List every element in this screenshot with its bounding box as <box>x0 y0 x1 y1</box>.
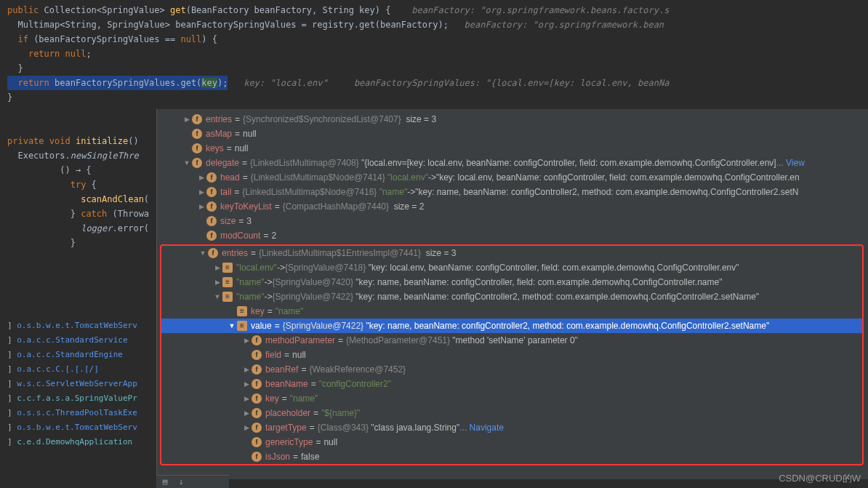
tree-row-asmap[interactable]: fasMap=null <box>157 127 868 141</box>
entry-icon: ≡ <box>222 277 233 287</box>
chevron-right-icon[interactable]: ▶ <box>196 199 206 214</box>
field-icon: f <box>252 364 262 375</box>
chevron-right-icon[interactable]: ▶ <box>241 406 252 420</box>
tree-row-tail[interactable]: ▶ftail={LinkedListMultimap$Node@7416} "n… <box>157 185 868 199</box>
tree-row-entries2[interactable]: ▼fentries={LinkedListMultimap$1EntriesIm… <box>161 246 862 260</box>
field-icon: f <box>206 201 217 212</box>
tree-row-size[interactable]: fsize=3 <box>157 214 868 228</box>
field-icon: f <box>206 231 217 241</box>
inline-hint: beanFactory: "org.springframework.beans.… <box>411 5 669 15</box>
field-icon: f <box>192 143 202 153</box>
chevron-right-icon[interactable]: ▶ <box>241 333 252 348</box>
field-icon: f <box>192 158 202 168</box>
stack-icon[interactable]: ▤ <box>161 478 169 487</box>
chevron-down-icon[interactable]: ▼ <box>212 289 222 304</box>
chevron-down-icon[interactable]: ▼ <box>198 246 208 260</box>
tree-row-entry-key[interactable]: ≡key="name" <box>161 304 862 319</box>
tree-row-beanref[interactable]: ▶fbeanRef={WeakReference@7452} <box>161 362 862 377</box>
tree-row-entries[interactable]: ▶fentries={Synchronized$SynchronizedList… <box>157 112 868 127</box>
tree-row-methodparameter[interactable]: ▶fmethodParameter={MethodParameter@7451}… <box>161 333 862 348</box>
log-line: ] w.s.c.ServletWebServerApp <box>7 377 153 391</box>
chevron-right-icon[interactable]: ▶ <box>182 112 192 127</box>
chevron-down-icon[interactable]: ▼ <box>182 156 192 170</box>
tree-row-generictype[interactable]: fgenericType=null <box>161 435 862 449</box>
field-icon: f <box>206 187 217 197</box>
debug-toolbar: ▤ ↓ <box>156 475 229 488</box>
chevron-right-icon[interactable]: ▶ <box>196 170 206 185</box>
highlighted-region: ▼fentries={LinkedListMultimap$1EntriesIm… <box>160 244 864 465</box>
chevron-right-icon[interactable]: ▶ <box>212 260 222 275</box>
tree-row-key[interactable]: ▶fkey="name" <box>161 391 862 406</box>
field-icon: f <box>252 393 262 404</box>
tree-row-targettype[interactable]: ▶ftargetType={Class@343} "class java.lan… <box>161 420 862 435</box>
tree-row-entry[interactable]: ▶≡"local.env" -> {SpringValue@7418} "key… <box>161 260 862 275</box>
inline-hint: beanFactorySpringValues: "{local.env=[ke… <box>354 78 669 88</box>
field-icon: f <box>192 129 202 139</box>
entry-icon: ≡ <box>222 263 233 273</box>
field-icon: f <box>252 379 262 389</box>
entry-icon: ≡ <box>237 321 247 331</box>
chevron-right-icon[interactable]: ▶ <box>212 275 222 289</box>
log-line: ] o.s.s.c.ThreadPoolTaskExe <box>7 406 153 420</box>
chevron-down-icon[interactable]: ▼ <box>227 319 237 333</box>
field-icon: f <box>252 437 262 447</box>
chevron-right-icon[interactable]: ▶ <box>241 391 252 406</box>
log-line: ] c.e.d.DemowhqApplication <box>7 435 153 449</box>
field-icon: f <box>252 408 262 418</box>
tree-row-placeholder[interactable]: ▶fplaceholder="${name}" <box>161 406 862 420</box>
chevron-right-icon[interactable]: ▶ <box>241 362 252 377</box>
tree-row-modcount[interactable]: fmodCount=2 <box>157 228 868 243</box>
log-line: ] o.s.b.w.e.t.TomcatWebServ <box>7 420 153 435</box>
field-icon: f <box>206 172 217 183</box>
watermark: CSDN@CRUD的W <box>779 472 861 485</box>
debug-variables-panel[interactable]: ▶fentries={Synchronized$SynchronizedList… <box>156 109 868 479</box>
field-icon: f <box>192 114 202 124</box>
tree-row-head[interactable]: ▶fhead={LinkedListMultimap$Node@7414} "l… <box>157 170 868 185</box>
tree-row-keytokeylist[interactable]: ▶fkeyToKeyList={CompactHashMap@7440} siz… <box>157 199 868 214</box>
tree-row-beanname[interactable]: ▶fbeanName="configController2" <box>161 377 862 391</box>
tree-row-entry[interactable]: ▼≡"name" -> {SpringValue@7422} "key: nam… <box>161 289 862 304</box>
inline-hint: key: "local.env" <box>244 78 328 88</box>
tree-row-entry[interactable]: ▶≡"name" -> {SpringValue@7420} "key: nam… <box>161 275 862 289</box>
field-icon: f <box>252 423 262 433</box>
field-icon: f <box>252 335 262 345</box>
chevron-right-icon[interactable]: ▶ <box>241 420 252 435</box>
chevron-right-icon[interactable]: ▶ <box>241 377 252 391</box>
arrow-down-icon[interactable]: ↓ <box>177 478 185 487</box>
log-line: ] c.c.f.a.s.a.SpringValuePr <box>7 391 153 406</box>
log-line: ] o.a.c.c.StandardService <box>7 333 153 348</box>
tree-row-keys[interactable]: fkeys=null <box>157 141 868 156</box>
field-icon: f <box>252 350 262 360</box>
field-icon: f <box>206 216 217 226</box>
entry-icon: ≡ <box>237 306 247 316</box>
log-line: ] o.s.b.w.e.t.TomcatWebServ <box>7 319 153 333</box>
field-icon: f <box>208 248 218 258</box>
inline-hint: beanFactory: "org.springframework.bean <box>465 20 664 30</box>
chevron-right-icon[interactable]: ▶ <box>196 185 206 199</box>
console-output[interactable]: ] o.s.b.w.e.t.TomcatWebServ ] o.a.c.c.St… <box>0 319 153 449</box>
tree-row-field[interactable]: ffield=null <box>161 348 862 362</box>
log-line: ] o.a.c.c.StandardEngine <box>7 348 153 362</box>
log-line: ] o.a.c.c.C.[.[.[/] <box>7 362 153 377</box>
field-icon: f <box>252 452 262 462</box>
entry-icon: ≡ <box>222 292 233 302</box>
tree-row-delegate[interactable]: ▼fdelegate={LinkedListMultimap@7408} "{l… <box>157 156 868 170</box>
tree-row-entry-value[interactable]: ▼≡value={SpringValue@7422} "key: name, b… <box>161 319 862 333</box>
tree-row-isjson[interactable]: fisJson=false <box>161 449 862 464</box>
